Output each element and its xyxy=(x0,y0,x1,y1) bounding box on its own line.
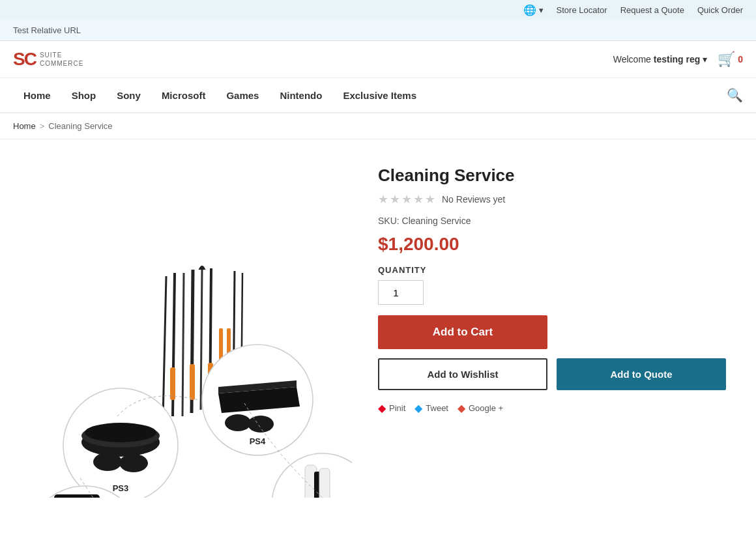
user-dropdown-toggle[interactable]: ▾ xyxy=(703,54,707,64)
nav-sony[interactable]: Sony xyxy=(106,81,151,110)
pinterest-label: Pinit xyxy=(389,403,405,413)
svg-line-6 xyxy=(201,270,202,410)
breadcrumb-current: Cleaning Service xyxy=(48,121,112,131)
nav-nintendo[interactable]: Nintendo xyxy=(269,81,332,110)
request-quote-link[interactable]: Request a Quote xyxy=(620,5,684,15)
cart-count: 0 xyxy=(738,54,743,64)
pinterest-share[interactable]: ◆ Pinit xyxy=(378,402,405,414)
top-bar: 🌐 ▾ Store Locator Request a Quote Quick … xyxy=(0,0,756,20)
logo[interactable]: SC SUITE COMMERCE xyxy=(13,49,83,70)
svg-point-18 xyxy=(93,453,122,471)
breadcrumb: Home > Cleaning Service xyxy=(0,113,756,139)
star-4: ★ xyxy=(413,192,424,206)
twitter-icon: ◆ xyxy=(414,402,422,414)
nav-shop[interactable]: Shop xyxy=(61,81,107,110)
add-to-wishlist-button[interactable]: Add to Wishlist xyxy=(378,358,547,390)
svg-point-19 xyxy=(119,454,148,472)
nav-microsoft[interactable]: Microsoft xyxy=(151,81,216,110)
svg-point-17 xyxy=(85,423,156,442)
svg-rect-31 xyxy=(319,468,330,498)
product-image: PS3 PS4 xyxy=(13,159,352,498)
product-image-area: PS3 PS4 xyxy=(13,159,352,498)
sku-value: Cleaning Service xyxy=(402,216,471,226)
google-plus-share[interactable]: ◆ Google + xyxy=(458,402,503,414)
pinterest-icon: ◆ xyxy=(378,402,386,414)
svg-line-0 xyxy=(163,276,166,419)
svg-rect-5 xyxy=(190,364,195,400)
reviews-row: ★ ★ ★ ★ ★ No Reviews yet xyxy=(378,192,730,206)
quantity-input[interactable] xyxy=(378,280,424,305)
svg-rect-2 xyxy=(170,367,175,400)
product-price: $1,200.00 xyxy=(378,234,730,255)
reviews-text: No Reviews yet xyxy=(442,194,505,205)
cart-icon: 🛒 xyxy=(718,51,735,68)
breadcrumb-separator: > xyxy=(40,121,45,131)
google-plus-icon: ◆ xyxy=(458,402,465,414)
social-share-row: ◆ Pinit ◆ Tweet ◆ Google + xyxy=(378,402,730,414)
google-plus-label: Google + xyxy=(469,403,503,413)
svg-text:PS3: PS3 xyxy=(113,483,129,493)
globe-icon: 🌐 xyxy=(523,4,536,16)
star-5: ★ xyxy=(425,192,435,206)
username: testing reg xyxy=(654,54,701,64)
add-to-quote-button[interactable]: Add to Quote xyxy=(557,358,726,390)
welcome-message: Welcome testing reg ▾ xyxy=(613,54,707,64)
star-1: ★ xyxy=(378,192,388,206)
star-2: ★ xyxy=(390,192,400,206)
twitter-label: Tweet xyxy=(426,403,448,413)
header: SC SUITE COMMERCE Welcome testing reg ▾ … xyxy=(0,41,756,78)
language-selector[interactable]: 🌐 ▾ xyxy=(523,4,544,16)
logo-sc-text: SC xyxy=(13,49,36,70)
twitter-share[interactable]: ◆ Tweet xyxy=(414,402,448,414)
product-title: Cleaning Service xyxy=(378,165,730,186)
nav-exclusive-items[interactable]: Exclusive Items xyxy=(332,81,427,110)
sku-label: SKU: xyxy=(378,216,400,226)
nav-games[interactable]: Games xyxy=(216,81,269,110)
svg-rect-26 xyxy=(243,419,256,427)
logo-tagline: SUITE COMMERCE xyxy=(40,51,83,68)
product-details: Cleaning Service ★ ★ ★ ★ ★ No Reviews ye… xyxy=(378,159,730,498)
quantity-label: QUANTITY xyxy=(378,265,730,275)
search-icon[interactable]: 🔍 xyxy=(727,78,743,112)
star-3: ★ xyxy=(401,192,412,206)
product-container: PS3 PS4 xyxy=(0,139,743,517)
nav-home[interactable]: Home xyxy=(13,81,61,110)
star-rating: ★ ★ ★ ★ ★ xyxy=(378,192,435,206)
store-locator-link[interactable]: Store Locator xyxy=(557,5,607,15)
cart-button[interactable]: 🛒 0 xyxy=(718,51,743,68)
test-bar: Test Relative URL xyxy=(0,20,756,41)
sku-row: SKU: Cleaning Service xyxy=(378,216,730,226)
quick-order-link[interactable]: Quick Order xyxy=(697,5,743,15)
svg-line-3 xyxy=(182,273,184,416)
breadcrumb-home[interactable]: Home xyxy=(13,121,36,131)
svg-text:PS4: PS4 xyxy=(250,436,266,446)
header-right: Welcome testing reg ▾ 🛒 0 xyxy=(613,51,743,68)
add-to-cart-button[interactable]: Add to Cart xyxy=(378,315,547,349)
bottom-buttons: Add to Wishlist Add to Quote xyxy=(378,358,730,390)
main-nav: Home Shop Sony Microsoft Games Nintendo … xyxy=(0,78,756,113)
